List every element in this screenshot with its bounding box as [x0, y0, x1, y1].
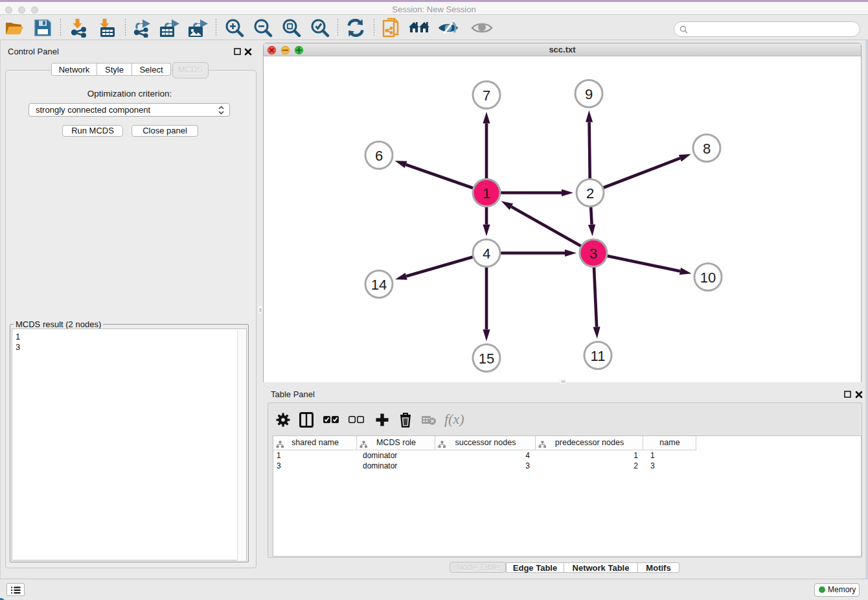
- svg-text:7: 7: [483, 87, 490, 104]
- svg-text:2: 2: [586, 185, 594, 202]
- svg-text:6: 6: [375, 148, 383, 164]
- svg-text:8: 8: [703, 141, 711, 157]
- svg-text:14: 14: [371, 277, 387, 293]
- svg-text:1: 1: [483, 185, 490, 202]
- svg-text:3: 3: [589, 246, 597, 262]
- svg-text:9: 9: [585, 86, 593, 102]
- svg-text:11: 11: [591, 348, 606, 364]
- svg-text:10: 10: [700, 270, 716, 286]
- svg-text:4: 4: [483, 246, 490, 262]
- svg-text:15: 15: [479, 351, 494, 367]
